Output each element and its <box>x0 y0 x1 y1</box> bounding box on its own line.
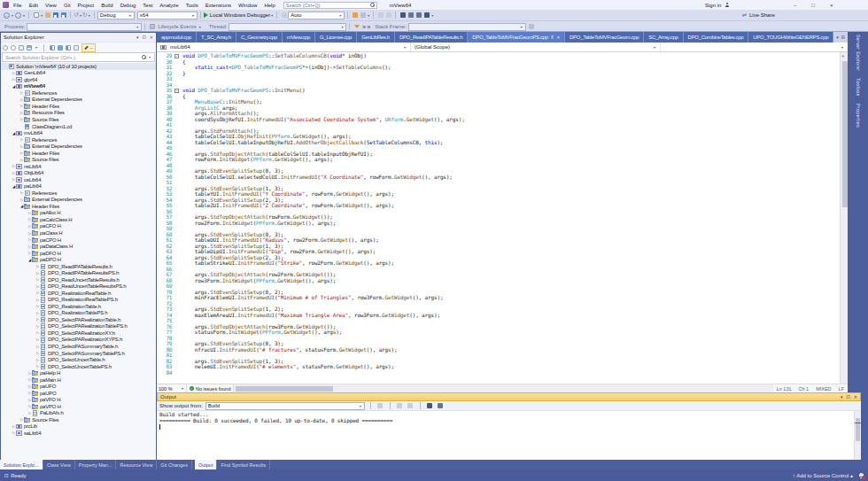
editor-tab[interactable]: DPO_ReadIPATableResults.h <box>395 32 468 43</box>
tree-item[interactable]: ▷References <box>1 136 156 144</box>
attach-icon[interactable] <box>353 12 358 18</box>
menu-tools[interactable]: Tools <box>186 3 198 8</box>
tree-item[interactable]: ▷paCalcClass H <box>1 216 156 223</box>
side-tab-server-explorer[interactable]: Server Explorer <box>856 35 861 71</box>
output-pin-icon[interactable]: ⊡ <box>847 394 850 400</box>
tree-item[interactable]: ▷glpr64 <box>1 76 156 83</box>
tree-item[interactable]: ▷paDataClass H <box>1 243 156 250</box>
pin-icon[interactable]: ⊡ <box>143 35 146 40</box>
tree-item[interactable]: ▷paAlloc H <box>1 210 156 217</box>
editor-vscroll-thumb[interactable] <box>842 61 848 207</box>
tree-item[interactable]: Solution 'mView64' (10 of 10 projects) <box>1 63 156 70</box>
scrollbar-up-icon[interactable]: ▲ <box>842 53 844 58</box>
tree-item[interactable]: ▷Source Files <box>1 116 156 123</box>
menu-help[interactable]: Help <box>264 3 275 8</box>
tree-item[interactable]: ▷osLib64 <box>1 176 156 183</box>
tree-item[interactable]: ▷DPO_ReadIPATableResultsPS.h <box>1 269 156 276</box>
menu-analyze[interactable]: Analyze <box>159 3 178 8</box>
tree-item[interactable]: ▷Resource Files <box>1 110 156 117</box>
editor-tab[interactable]: C_Geometry.cpp <box>236 32 283 43</box>
menu-debug[interactable]: Debug <box>120 3 136 8</box>
output-scrollbar[interactable] <box>854 411 861 460</box>
collapse-all-icon[interactable] <box>66 45 71 50</box>
navigate-forward-icon[interactable]: → <box>15 12 21 19</box>
step-into-icon[interactable] <box>386 12 391 18</box>
tree-item[interactable]: ▷Source Files <box>1 156 156 163</box>
editor-tab[interactable]: DPO_TableToMVFracGeom.cpp <box>565 32 644 43</box>
tree-item[interactable]: ◢paLib64 <box>1 183 156 190</box>
menu-project[interactable]: Project <box>78 3 95 8</box>
editor-tab[interactable]: T_SC_Array.h <box>197 32 236 43</box>
editor-tab[interactable]: mView.cpp <box>283 32 315 43</box>
menu-window[interactable]: Window <box>238 3 257 8</box>
prev-message-icon[interactable] <box>397 403 402 408</box>
editor-zoom-dropdown[interactable]: 100 %▾ <box>157 384 187 392</box>
window-position-icon[interactable]: ▾ <box>136 35 139 40</box>
navigate-back-icon[interactable]: ← <box>4 12 10 19</box>
editor-tab[interactable]: GenLibRes.h <box>357 32 395 43</box>
undo-icon[interactable]: ↺ <box>74 12 79 19</box>
tree-item[interactable]: ▷DPO_RealizationRealTable.h <box>1 290 156 297</box>
lifecycle-events-label[interactable]: Lifecycle Events <box>158 24 196 29</box>
output-text-area[interactable]: Build started...========== Build: 0 succ… <box>157 411 861 460</box>
debug-toolbar-icon[interactable] <box>529 24 534 29</box>
close-panel-icon[interactable]: ✕ <box>150 35 153 40</box>
find-message-icon[interactable] <box>377 403 383 408</box>
tree-item[interactable]: ◢paDPO H <box>1 256 156 263</box>
sign-in-link[interactable]: Sign in <box>705 3 721 8</box>
tree-item[interactable]: ▷DPO_SelectPASummaryTable.h <box>1 343 156 350</box>
editor-vertical-scrollbar[interactable]: ▲ <box>840 52 848 384</box>
tree-item[interactable]: ▷DPO_SelectPARealizationTablePS.h <box>1 323 156 330</box>
tree-item[interactable]: ▷DPO_SelectUncertTable.h <box>1 356 156 363</box>
collapse-icon[interactable]: − <box>174 54 179 58</box>
step-over-icon[interactable] <box>378 12 384 18</box>
menu-view[interactable]: View <box>45 3 57 8</box>
menu-git[interactable]: Git <box>64 3 71 8</box>
tree-item[interactable]: ▷References <box>1 89 156 97</box>
tree-item[interactable]: ▷DPO_SelectUncertTablePS.h <box>1 363 156 370</box>
thread-dropdown[interactable]: ▾ <box>229 23 346 31</box>
quick-search-box[interactable]: Search (Ctrl+Q) <box>283 2 377 9</box>
output-window-position-icon[interactable]: ▾ <box>841 394 843 400</box>
open-file-icon[interactable] <box>45 12 50 18</box>
se-forward-icon[interactable] <box>11 45 16 50</box>
restore-layout-icon[interactable]: ⊡ <box>4 473 8 478</box>
show-all-files-icon[interactable] <box>74 45 79 50</box>
pending-changes-filter-icon[interactable] <box>50 45 55 50</box>
watch-dropdown[interactable]: Auto▾ <box>288 12 345 19</box>
menu-test[interactable]: Test <box>143 3 152 8</box>
toolbar-icon-4[interactable] <box>424 12 430 18</box>
tree-item[interactable]: ▷DPO_RealizationTable.h <box>1 303 156 310</box>
clear-all-icon[interactable] <box>427 403 432 408</box>
editor-tab[interactable]: UPO_TOUGHWriteGENERPS.cpp <box>748 32 833 43</box>
tree-item[interactable]: ▷paCFO H <box>1 223 156 230</box>
tree-item[interactable]: ▷paMain H <box>1 376 156 384</box>
tree-item[interactable]: ▷paClass H <box>1 229 156 237</box>
tree-item[interactable]: ▷saLib64 <box>1 430 156 437</box>
output-title-bar[interactable]: Output ▾ ⊡ ✕ <box>157 392 861 401</box>
next-message-icon[interactable] <box>407 403 413 408</box>
new-file-icon[interactable] <box>34 12 39 18</box>
menu-file[interactable]: File <box>13 3 22 8</box>
editor-tab[interactable]: SC_Array.cpp <box>644 32 683 43</box>
tree-item[interactable]: ▷DPO_ReadUncertTableResultsPS.h <box>1 283 156 290</box>
close-button[interactable]: × <box>830 3 833 8</box>
tree-item[interactable]: ▷prcLib <box>1 423 156 431</box>
properties-tool-highlight[interactable]: − <box>81 43 96 52</box>
tree-item[interactable]: ▷paVFO H <box>1 397 156 404</box>
close-tab-icon[interactable]: ✕ <box>556 35 560 40</box>
notifications-bell-icon[interactable] <box>858 472 864 478</box>
output-close-icon[interactable]: ✕ <box>854 394 857 400</box>
tree-item[interactable]: ◢mvLib64 <box>1 129 156 136</box>
editor-tab[interactable]: G_License.cpp <box>315 32 357 43</box>
minimize-button[interactable]: – <box>794 3 796 8</box>
toolbar-icon-3[interactable] <box>416 12 422 18</box>
live-share-button[interactable]: Live Share <box>749 12 775 18</box>
tree-item[interactable]: ▷paHelp H <box>1 369 156 376</box>
tree-item[interactable]: ▷PaLibAfx.h <box>1 410 156 417</box>
add-to-source-control[interactable]: ↑ Add to Source Control ▴ <box>793 472 853 478</box>
panel-tab[interactable]: Property Man... <box>75 460 117 469</box>
breadcrumb-project-dropdown[interactable]: mvLib64 ▾ <box>157 43 410 51</box>
issues-indicator[interactable]: ✓ No issues found <box>187 384 234 392</box>
tree-item[interactable]: ▷DPO_SelectPARealizationTable.h <box>1 316 156 323</box>
